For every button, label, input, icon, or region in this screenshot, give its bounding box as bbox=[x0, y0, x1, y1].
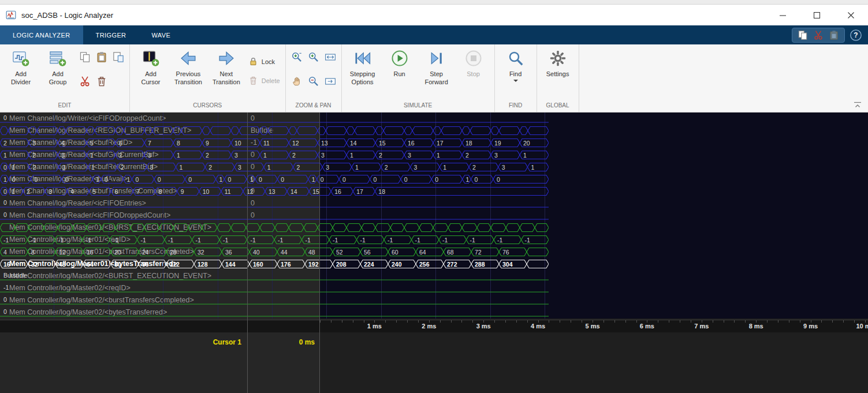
window-controls bbox=[766, 5, 868, 25]
fit-width-button[interactable] bbox=[325, 51, 336, 63]
wave-row[interactable]: BurstIdle bbox=[0, 270, 868, 282]
svg-text:2: 2 bbox=[472, 164, 476, 171]
next-transition-button[interactable]: NextTransition bbox=[210, 47, 243, 86]
svg-text:0: 0 bbox=[158, 176, 161, 183]
svg-text:14: 14 bbox=[350, 140, 357, 147]
axis-tick-label: 10 ms bbox=[856, 323, 868, 330]
wave-row[interactable]: 1231231231231231231 bbox=[0, 149, 868, 161]
tab-logic-analyzer[interactable]: LOGIC ANALYZER bbox=[0, 25, 83, 44]
svg-text:52: 52 bbox=[336, 249, 343, 256]
dropdown-caret-icon bbox=[513, 80, 518, 82]
svg-text:6: 6 bbox=[114, 188, 118, 195]
cut-quick-button[interactable] bbox=[813, 30, 824, 40]
paste-quick-button[interactable] bbox=[829, 30, 839, 40]
wave-row[interactable]: 234567891011121314151617181920 bbox=[0, 137, 868, 149]
svg-text:-1: -1 bbox=[415, 237, 420, 244]
svg-text:BurstIdle: BurstIdle bbox=[3, 272, 28, 279]
stepping-options-button[interactable]: SteppingOptions bbox=[347, 47, 378, 86]
previous-transition-button[interactable]: PreviousTransition bbox=[172, 47, 204, 86]
svg-text:16: 16 bbox=[3, 261, 10, 268]
stop-button[interactable]: Stop bbox=[458, 47, 489, 78]
zoom-x-button[interactable] bbox=[325, 76, 336, 87]
delete-button[interactable]: Delete bbox=[248, 76, 280, 85]
svg-text:0: 0 bbox=[65, 176, 69, 183]
svg-text:-1: -1 bbox=[442, 237, 448, 244]
svg-text:1: 1 bbox=[466, 176, 470, 183]
svg-text:5: 5 bbox=[90, 140, 94, 147]
step-forward-button[interactable]: StepForward bbox=[421, 47, 452, 86]
svg-text:28: 28 bbox=[170, 249, 177, 256]
svg-text:0: 0 bbox=[321, 176, 324, 183]
close-button[interactable] bbox=[834, 5, 868, 25]
svg-text:0: 0 bbox=[135, 176, 139, 183]
copy-quick-button[interactable] bbox=[798, 30, 808, 40]
svg-text:0: 0 bbox=[475, 176, 478, 183]
svg-text:0: 0 bbox=[3, 114, 7, 121]
svg-text:2: 2 bbox=[3, 140, 7, 147]
delete-button[interactable] bbox=[96, 76, 107, 87]
waveform-viewer: Mem Channel/log/Writer/<icFIFODroppedCou… bbox=[0, 113, 868, 393]
help-button[interactable]: ? bbox=[850, 29, 862, 42]
svg-text:2: 2 bbox=[121, 164, 124, 171]
svg-text:9: 9 bbox=[181, 188, 184, 195]
svg-text:4: 4 bbox=[61, 140, 65, 147]
paste-button[interactable] bbox=[96, 51, 107, 63]
wave-row[interactable]: 100010100010100100000100 bbox=[0, 173, 868, 185]
axis-tick-label: 7 ms bbox=[694, 323, 709, 330]
wave-row[interactable]: 0 bbox=[0, 306, 868, 319]
group-label: FIND bbox=[500, 100, 531, 112]
wave-row[interactable]: 01231231231231231231 bbox=[0, 161, 868, 173]
axis-tick-label: 3 ms bbox=[476, 323, 491, 330]
collapse-ribbon-icon[interactable] bbox=[853, 101, 862, 108]
wave-row[interactable]: 481216202428323640444852566064687276 bbox=[0, 246, 868, 258]
svg-text:0: 0 bbox=[188, 176, 192, 183]
copy-icon bbox=[79, 51, 91, 63]
add-group-button[interactable]: AddGroup bbox=[42, 47, 73, 86]
wave-row[interactable] bbox=[0, 222, 868, 234]
lock-button[interactable]: Lock bbox=[248, 57, 280, 66]
svg-text:-1: -1 bbox=[58, 237, 64, 244]
pan-button[interactable] bbox=[291, 76, 303, 87]
find-button[interactable]: Find bbox=[500, 47, 531, 82]
zoom-in-button[interactable] bbox=[308, 51, 319, 63]
wave-row[interactable]: 0 bbox=[0, 113, 868, 125]
svg-text:19: 19 bbox=[494, 140, 501, 147]
button-label: SteppingOptions bbox=[350, 70, 375, 86]
small-button-cluster bbox=[291, 47, 336, 87]
tab-wave[interactable]: WAVE bbox=[139, 25, 183, 44]
wave-row[interactable]: 0123456789101112131415161718 bbox=[0, 185, 868, 197]
cut-button[interactable] bbox=[79, 76, 91, 87]
wave-row[interactable]: 0 bbox=[0, 197, 868, 209]
cut-icon bbox=[813, 30, 824, 40]
cursor-label[interactable]: Cursor 1 bbox=[0, 336, 241, 348]
tab-trigger[interactable]: TRIGGER bbox=[83, 25, 139, 44]
svg-text:1: 1 bbox=[3, 176, 7, 183]
svg-text:9: 9 bbox=[206, 140, 209, 147]
svg-text:3: 3 bbox=[61, 152, 65, 159]
maximize-button[interactable] bbox=[800, 5, 834, 25]
settings-button[interactable]: Settings bbox=[542, 47, 573, 78]
wave-row[interactable] bbox=[0, 125, 868, 137]
zoom-in-x-button[interactable] bbox=[291, 51, 303, 63]
values-wave-divider[interactable] bbox=[319, 113, 320, 393]
add-cursor-button[interactable]: AddCursor bbox=[135, 47, 166, 86]
wave-row[interactable]: 1632486480961121281441601761922082242402… bbox=[0, 258, 868, 270]
svg-text:68: 68 bbox=[447, 249, 454, 256]
wave-row[interactable]: 0 bbox=[0, 294, 868, 306]
svg-text:2: 2 bbox=[292, 152, 296, 159]
time-axis[interactable]: 1 ms2 ms3 ms4 ms5 ms6 ms7 ms8 ms9 ms10 m… bbox=[0, 320, 868, 332]
copy-button[interactable] bbox=[79, 51, 91, 63]
waveform-plot-area[interactable]: 0234567891011121314151617181920123123123… bbox=[0, 113, 868, 319]
zoom-out-button[interactable] bbox=[308, 76, 319, 87]
run-button[interactable]: Run bbox=[384, 47, 415, 78]
wave-row[interactable]: -1 bbox=[0, 282, 868, 294]
svg-text:3: 3 bbox=[148, 152, 151, 159]
svg-text:1: 1 bbox=[531, 164, 534, 171]
names-values-divider[interactable] bbox=[247, 113, 248, 393]
wave-row[interactable]: 0 bbox=[0, 209, 868, 222]
add-divider-button[interactable]: AddDivider bbox=[5, 47, 36, 86]
wave-row[interactable]: -1-1-1-1-1-1-1-1-1-1-1-1-1-1-1-1-1-1-1-1 bbox=[0, 234, 868, 246]
button-label: PreviousTransition bbox=[174, 70, 202, 86]
clipboard-button[interactable] bbox=[113, 51, 124, 63]
minimize-button[interactable] bbox=[766, 5, 800, 25]
